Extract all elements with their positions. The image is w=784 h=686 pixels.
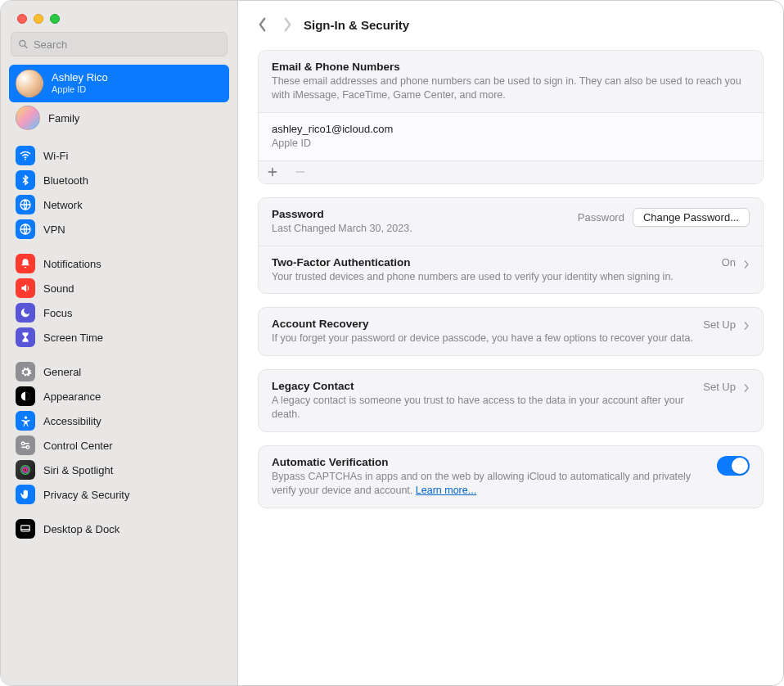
bluetooth-icon [16, 170, 35, 190]
autoverify-title: Automatic Verification [272, 456, 707, 468]
sidebar-item-label: Privacy & Security [43, 489, 129, 501]
sidebar-item-label: Accessibility [43, 415, 101, 427]
sidebar-item-label: General [43, 366, 81, 378]
sidebar-item-label: Desktop & Dock [43, 523, 119, 535]
remove-email-button [286, 160, 314, 183]
svg-point-9 [26, 446, 29, 449]
twofa-title: Two-Factor Authentication [272, 256, 712, 269]
minimize-window-button[interactable] [34, 14, 43, 24]
system-settings-window: Ashley Rico Apple ID Family Wi-Fi Blue [0, 0, 784, 686]
svg-rect-14 [21, 526, 30, 531]
minus-icon [295, 166, 306, 178]
sidebar-item-network[interactable]: Network [9, 192, 229, 217]
dock-icon [16, 519, 35, 539]
gear-icon [16, 362, 35, 381]
chevron-right-icon [744, 260, 750, 269]
learn-more-link[interactable]: Learn more... [416, 485, 476, 496]
window-controls [1, 1, 237, 32]
sidebar-item-label: Sound [43, 282, 74, 295]
sidebar-item-label: Bluetooth [43, 174, 88, 187]
account-recovery-row[interactable]: Account Recovery If you forget your pass… [259, 308, 763, 355]
email-section-desc: These email addresses and phone numbers … [272, 74, 750, 102]
back-button[interactable] [258, 17, 267, 32]
bell-icon [16, 254, 35, 273]
sidebar-item-vpn[interactable]: VPN [9, 217, 229, 241]
sidebar-nav: Ashley Rico Apple ID Family Wi-Fi Blue [1, 65, 237, 541]
email-section-title: Email & Phone Numbers [272, 61, 750, 73]
zoom-window-button[interactable] [50, 14, 60, 24]
family-icon [16, 106, 40, 130]
svg-point-6 [24, 416, 26, 418]
sidebar-item-appearance[interactable]: Appearance [9, 384, 229, 408]
sidebar-item-siri-spotlight[interactable]: Siri & Spotlight [9, 458, 229, 482]
sidebar-item-privacy-security[interactable]: Privacy & Security [9, 482, 229, 507]
search-icon [18, 38, 29, 50]
chevron-right-icon [744, 321, 750, 331]
change-password-button[interactable]: Change Password... [633, 208, 750, 227]
vpn-icon [16, 219, 35, 239]
siri-icon [16, 460, 35, 480]
sidebar-item-label: Screen Time [43, 332, 103, 344]
plus-icon [267, 166, 278, 178]
sidebar-item-notifications[interactable]: Notifications [9, 251, 229, 276]
sidebar-item-general[interactable]: General [9, 359, 229, 384]
email-sub: Apple ID [272, 137, 750, 151]
moon-icon [16, 303, 35, 323]
forward-button[interactable] [283, 17, 292, 32]
password-label: Password [578, 211, 624, 223]
sidebar-item-control-center[interactable]: Control Center [9, 433, 229, 458]
close-window-button[interactable] [17, 14, 27, 24]
password-title: Password [272, 208, 568, 220]
sidebar-item-label: Control Center [43, 440, 113, 452]
sidebar-item-sound[interactable]: Sound [9, 276, 229, 300]
twofa-status: On [722, 256, 736, 269]
sidebar-item-family[interactable]: Family [9, 102, 229, 133]
search-input[interactable] [34, 38, 220, 51]
sidebar-item-label: Family [48, 112, 79, 124]
autoverify-toggle[interactable] [717, 456, 750, 476]
sidebar-item-label: Network [43, 199, 83, 211]
recovery-status: Set Up [703, 318, 736, 331]
main-content: Sign-In & Security Email & Phone Numbers… [238, 1, 783, 685]
legacy-card: Legacy Contact A legacy contact is someo… [258, 369, 764, 432]
chevron-right-icon [744, 383, 750, 393]
legacy-status: Set Up [703, 381, 736, 393]
recovery-card: Account Recovery If you forget your pass… [258, 307, 764, 356]
search-field[interactable] [11, 32, 228, 56]
svg-point-0 [20, 40, 25, 46]
twofa-row[interactable]: Two-Factor Authentication Your trusted d… [259, 246, 763, 294]
sidebar-item-bluetooth[interactable]: Bluetooth [9, 168, 229, 192]
sidebar-item-apple-id[interactable]: Ashley Rico Apple ID [9, 65, 229, 102]
legacy-contact-row[interactable]: Legacy Contact A legacy contact is someo… [259, 370, 763, 431]
sidebar-item-focus[interactable]: Focus [9, 300, 229, 325]
sidebar-item-desktop-dock[interactable]: Desktop & Dock [9, 517, 229, 541]
sidebar-item-label: Focus [43, 307, 72, 319]
network-icon [16, 195, 35, 214]
add-email-button[interactable] [259, 160, 286, 183]
sidebar-item-screen-time[interactable]: Screen Time [9, 325, 229, 350]
hourglass-icon [16, 327, 35, 347]
sidebar-item-accessibility[interactable]: Accessibility [9, 408, 229, 433]
sidebar-item-label: Appearance [43, 390, 101, 403]
legacy-desc: A legacy contact is someone you trust to… [272, 394, 693, 422]
twofa-desc: Your trusted devices and phone numbers a… [272, 270, 712, 284]
email-phone-card: Email & Phone Numbers These email addres… [258, 50, 764, 184]
content-header: Sign-In & Security [238, 1, 783, 47]
autoverify-desc: Bypass CAPTCHAs in apps and on the web b… [272, 470, 707, 498]
wifi-icon [16, 146, 35, 165]
sidebar-item-label: Wi-Fi [43, 150, 68, 162]
recovery-title: Account Recovery [272, 318, 693, 330]
legacy-title: Legacy Contact [272, 380, 693, 392]
email-row[interactable]: ashley_rico1@icloud.com Apple ID [259, 112, 763, 160]
password-card: Password Last Changed March 30, 2023. Pa… [258, 197, 764, 295]
sidebar-item-wifi[interactable]: Wi-Fi [9, 143, 229, 168]
svg-point-2 [25, 159, 26, 160]
svg-line-1 [25, 46, 27, 48]
avatar [16, 70, 43, 97]
autoverify-card: Automatic Verification Bypass CAPTCHAs i… [258, 445, 764, 508]
email-value: ashley_rico1@icloud.com [272, 123, 750, 135]
recovery-desc: If you forget your password or device pa… [272, 332, 693, 345]
page-title: Sign-In & Security [304, 18, 409, 32]
control-center-icon [16, 436, 35, 455]
appearance-icon [16, 386, 35, 406]
